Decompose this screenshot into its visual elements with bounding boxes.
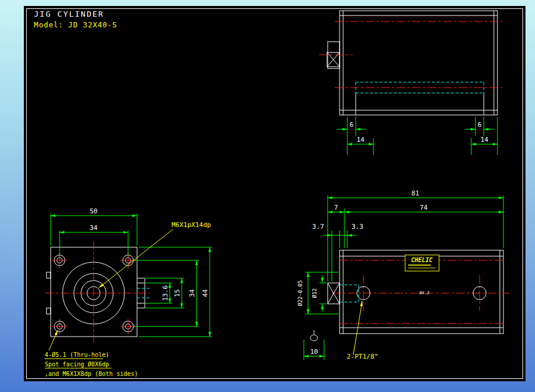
model-number: Model: JD 32X40-S <box>34 21 117 29</box>
dim-text-top-left-6: 6 <box>350 121 354 129</box>
dim-text-15: 15 <box>173 289 181 297</box>
dim-text-dia22: Ø22-0.05 <box>297 280 303 306</box>
front-view <box>45 241 150 344</box>
dim-text-34-h: 34 <box>89 224 98 232</box>
drawing-title: JIG CYLINDER <box>34 10 104 18</box>
dim-text-10: 10 <box>310 348 318 356</box>
side-view-dimensions: 81 7 74 3.7 3.3 Ø22-0.05 <box>297 189 503 360</box>
vent-label: Ø4.2 <box>419 291 430 295</box>
side-view: CHELIC Ø4.2 <box>310 250 509 341</box>
dim-text-top-right-14: 14 <box>480 136 489 144</box>
hole-note-line3: ,and M6X1X8dp (Both sides) <box>45 371 138 377</box>
hole-note-line1: 4-Ø5.1 (Thru-hole) <box>45 351 109 358</box>
dim-text-dia12: Ø12 <box>312 288 318 298</box>
dim-text-34-v: 34 <box>188 289 196 297</box>
dim-text-81: 81 <box>411 189 419 197</box>
dim-text-3-3: 3.3 <box>352 223 363 231</box>
hole-note-line2: Spot facing Ø8X6dp <box>45 361 109 368</box>
dim-text-top-right-6: 6 <box>478 121 482 129</box>
thread-callout: M6X1pX14dp <box>172 221 211 229</box>
dim-text-74: 74 <box>419 204 428 211</box>
top-view-dimensions: 6 14 6 14 <box>337 117 497 155</box>
dim-text-50: 50 <box>89 207 97 215</box>
side-view-labels: 2-PT1/8" <box>347 301 378 360</box>
dim-text-44: 44 <box>201 289 209 297</box>
top-view-body-outline <box>340 11 497 115</box>
side-view-pin-feature <box>310 335 318 341</box>
desktop-background: JIG CYLINDER Model: JD 32X40-S <box>0 0 535 392</box>
dim-text-top-left-14: 14 <box>356 136 365 144</box>
cad-drawing: JIG CYLINDER Model: JD 32X40-S <box>24 6 525 381</box>
brand-logo-text: CHELIC <box>411 257 433 263</box>
dim-text-13-6: 13.6 <box>161 285 169 301</box>
dim-text-7: 7 <box>334 204 338 211</box>
title-block: JIG CYLINDER Model: JD 32X40-S <box>34 10 117 29</box>
port-callout: 2-PT1/8" <box>347 353 378 360</box>
top-view <box>319 11 502 115</box>
dim-text-3-7: 3.7 <box>312 223 324 231</box>
cad-canvas[interactable]: JIG CYLINDER Model: JD 32X40-S <box>24 6 525 381</box>
